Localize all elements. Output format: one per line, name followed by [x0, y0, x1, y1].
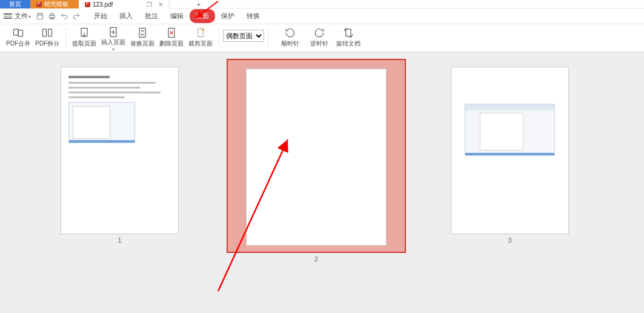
wps-icon — [36, 2, 42, 7]
page-2-preview — [246, 69, 387, 246]
menu-edit[interactable]: 编辑 — [164, 9, 190, 23]
menu-protect[interactable]: 保护 — [215, 9, 241, 23]
delete-page-button[interactable]: 删除页面 — [157, 26, 186, 50]
svg-rect-0 — [37, 13, 42, 19]
pdf-merge-button[interactable]: PDF合并 — [4, 26, 33, 50]
page-range-select[interactable]: 偶数页面 — [223, 30, 264, 42]
svg-rect-5 — [14, 29, 19, 35]
file-menu[interactable]: 文件▾ — [15, 12, 31, 21]
tab-template-label: 稻壳模板 — [44, 0, 68, 8]
insert-page-button[interactable]: 插入页面▾ — [99, 26, 128, 50]
undo-icon[interactable] — [60, 12, 68, 21]
new-tab-button[interactable]: ＋ — [195, 0, 202, 8]
tab-home[interactable]: 首页 — [0, 0, 30, 8]
page-thumbnail-2-selected[interactable]: 2 — [227, 59, 406, 263]
rotate-cw-button[interactable]: 顺时针 — [276, 26, 305, 50]
menu-start[interactable]: 开始 — [88, 9, 113, 23]
menu-page[interactable]: 页面 — [190, 9, 215, 23]
page-number: 2 — [227, 255, 406, 263]
separator — [268, 27, 268, 49]
pdf-icon — [85, 2, 90, 7]
svg-rect-3 — [51, 13, 54, 15]
tab-document[interactable]: 123.pdf ❐ ✕ — [79, 0, 170, 8]
menu-convert[interactable]: 转换 — [241, 9, 266, 23]
replace-page-button[interactable]: 替换页面 — [128, 26, 157, 50]
page-thumbnail-1[interactable]: 1 — [61, 67, 179, 244]
rotate-doc-button[interactable]: 旋转文档 — [334, 26, 363, 50]
svg-rect-15 — [346, 29, 351, 36]
tab-document-label: 123.pdf — [93, 1, 113, 8]
page-thumbnail-3[interactable]: 3 — [451, 67, 569, 244]
selection-highlight — [227, 59, 406, 253]
quick-access — [36, 12, 81, 21]
print-icon[interactable] — [48, 12, 56, 21]
tab-bar: 首页 稻壳模板 123.pdf ❐ ✕ — [0, 0, 170, 8]
tab-close-icon[interactable]: ✕ — [158, 1, 163, 8]
page-1-preview — [61, 67, 179, 234]
menu-comment[interactable]: 批注 — [139, 9, 164, 23]
menu-tabs: 开始 插入 批注 编辑 页面 保护 转换 — [88, 9, 266, 23]
separator — [219, 27, 219, 49]
svg-rect-11 — [139, 29, 145, 38]
menu-insert[interactable]: 插入 — [113, 9, 139, 23]
extract-page-button[interactable]: 提取页面 — [70, 26, 99, 50]
tab-home-label: 首页 — [9, 0, 21, 8]
page-number: 3 — [451, 237, 569, 244]
save-icon[interactable] — [36, 12, 44, 21]
page-number: 1 — [61, 237, 179, 244]
pdf-split-button[interactable]: PDF拆分 — [33, 26, 62, 50]
tab-template[interactable]: 稻壳模板 — [30, 0, 79, 8]
svg-rect-8 — [48, 29, 52, 36]
rotate-ccw-button[interactable]: 逆时针 — [305, 26, 334, 50]
svg-rect-1 — [39, 13, 42, 15]
svg-rect-2 — [50, 15, 55, 18]
redo-icon[interactable] — [72, 12, 81, 21]
page-canvas[interactable]: 1 2 3 — [0, 52, 644, 313]
crop-page-button[interactable]: 裁剪页面 — [186, 26, 215, 50]
tab-detach-icon[interactable]: ❐ — [147, 1, 152, 8]
svg-rect-6 — [18, 30, 23, 36]
chevron-down-icon: ▾ — [28, 14, 31, 19]
ribbon: PDF合并 PDF拆分 提取页面 插入页面▾ 替换页面 删除页面 裁剪页面 偶数… — [0, 24, 644, 52]
menu-bar: 文件▾ 开始 插入 批注 编辑 页面 保护 转换 — [0, 8, 644, 24]
svg-rect-7 — [43, 29, 47, 36]
page-3-preview — [451, 67, 569, 234]
embedded-screenshot-icon — [68, 102, 135, 143]
embedded-screenshot-icon — [465, 104, 555, 156]
separator — [65, 27, 66, 49]
hamburger-icon[interactable] — [4, 13, 12, 19]
